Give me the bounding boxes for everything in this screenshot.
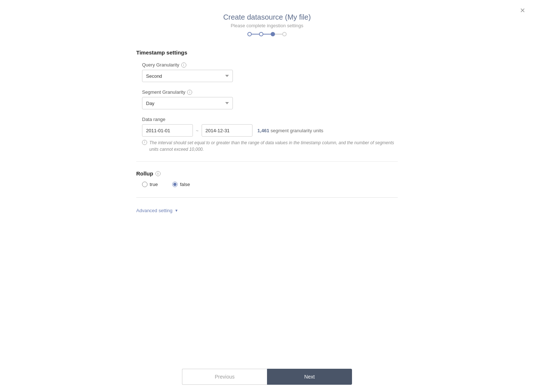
step-indicator — [0, 32, 534, 36]
query-granularity-select[interactable]: Second Minute Hour Day Week Month Year — [142, 70, 233, 82]
next-button[interactable]: Next — [267, 369, 352, 385]
rollup-radio-group: true false — [142, 182, 398, 187]
range-hint: i The interval should set equal to or gr… — [142, 140, 398, 153]
segment-granularity-group: Segment Granularity i Hour Day Week Mont… — [142, 89, 398, 109]
close-button[interactable]: ✕ — [520, 7, 525, 14]
section-divider-2 — [136, 197, 398, 198]
rollup-true-label[interactable]: true — [142, 182, 158, 187]
query-granularity-label: Query Granularity i — [142, 62, 398, 68]
segment-granularity-info-icon: i — [187, 90, 192, 95]
main-content: Timestamp settings Query Granularity i S… — [122, 42, 412, 271]
rollup-true-radio[interactable] — [142, 182, 147, 187]
step-line-2 — [263, 34, 271, 35]
data-range-row: ~ 1,461 segment granularity units — [142, 124, 398, 137]
rollup-title: Rollup i — [136, 170, 398, 177]
segment-granularity-label: Segment Granularity i — [142, 89, 398, 95]
range-hint-icon: i — [142, 140, 147, 145]
rollup-false-radio[interactable] — [172, 182, 178, 187]
data-range-group: Data range ~ 1,461 segment granularity u… — [142, 117, 398, 153]
rollup-info-icon: i — [155, 171, 161, 176]
date-end-input[interactable] — [202, 124, 252, 137]
step-line-1 — [252, 34, 259, 35]
data-range-label: Data range — [142, 117, 398, 122]
segment-granularity-select[interactable]: Hour Day Week Month Year — [142, 97, 233, 109]
step-line-3 — [275, 34, 282, 35]
step-3 — [271, 32, 275, 36]
step-1 — [247, 32, 252, 36]
section-divider-1 — [136, 161, 398, 162]
query-granularity-group: Query Granularity i Second Minute Hour D… — [142, 62, 398, 82]
page-subtitle: Please complete ingestion settings — [0, 23, 534, 28]
date-start-input[interactable] — [142, 124, 193, 137]
advanced-setting-button[interactable]: Advanced setting ▼ — [136, 208, 178, 213]
query-granularity-info-icon: i — [181, 62, 186, 68]
segment-units-label: 1,461 segment granularity units — [258, 128, 323, 133]
page-header: Create datasource (My file) Please compl… — [0, 0, 534, 42]
rollup-false-label[interactable]: false — [172, 182, 190, 187]
rollup-section: Rollup i true false — [136, 170, 398, 187]
previous-button[interactable]: Previous — [182, 369, 267, 385]
page-title: Create datasource (My file) — [0, 13, 534, 21]
step-2 — [259, 32, 263, 36]
bottom-bar: Previous Next — [0, 361, 534, 392]
advanced-setting-label: Advanced setting — [136, 208, 173, 213]
range-separator: ~ — [196, 128, 199, 133]
timestamp-settings-title: Timestamp settings — [136, 49, 398, 56]
chevron-down-icon: ▼ — [175, 209, 178, 213]
step-4 — [282, 32, 287, 36]
